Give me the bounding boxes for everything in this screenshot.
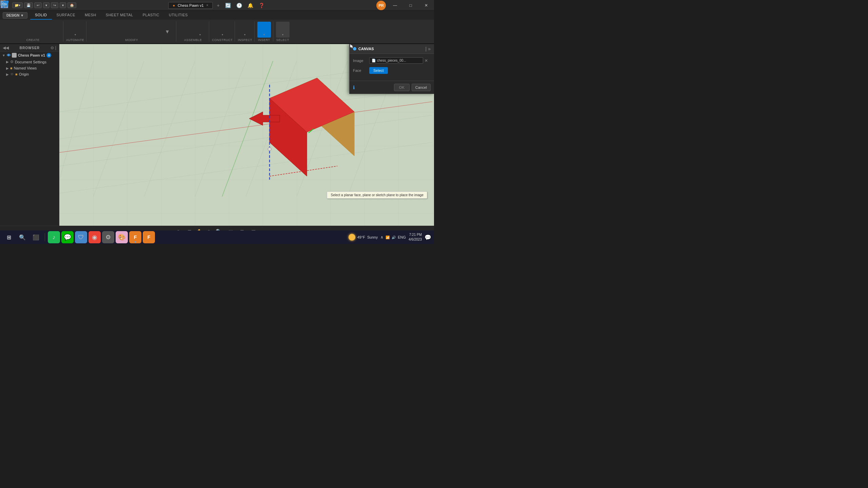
taskbar-chrome[interactable]: ◉ — [88, 231, 101, 243]
user-avatar-button[interactable]: PR — [376, 1, 386, 10]
search-button[interactable]: 🔍 — [16, 231, 28, 243]
tree-item-named-views[interactable]: ▶ ■ Named Views — [0, 65, 59, 71]
tree-item-origin[interactable]: ▶ 👁 ■ Origin — [0, 71, 59, 77]
tray-expand-button[interactable]: ∧ — [380, 235, 383, 240]
tab-plastic[interactable]: PLASTIC — [138, 11, 164, 20]
viewport[interactable]: Select a planar face, plane or sketch pl… — [59, 44, 434, 226]
construct-button[interactable]: ▾ — [216, 22, 229, 38]
minimize-button[interactable]: — — [387, 0, 403, 11]
design-mode-button[interactable]: DESIGN ▼ — [3, 12, 27, 19]
press-pull-button[interactable] — [89, 25, 103, 38]
face-label: Face — [353, 68, 367, 73]
assemble-button2[interactable]: ▾ — [193, 22, 207, 38]
select-button[interactable]: ▾ — [276, 22, 290, 38]
inspect-group-label: INSPECT — [238, 38, 252, 42]
ribbon-group-assemble: ▾ ASSEMBLE — [177, 21, 209, 42]
file-icon: 📄 — [372, 59, 376, 62]
shell-button[interactable] — [132, 25, 145, 38]
tab-sheet-metal[interactable]: SHEET METAL — [101, 11, 138, 20]
tab-surface[interactable]: SURFACE — [52, 11, 80, 20]
origin-visibility-icon[interactable]: 👁 — [10, 72, 14, 76]
svg-marker-85 — [350, 44, 353, 48]
create-form-button[interactable] — [19, 25, 33, 38]
redo-button[interactable]: ↪ — [51, 2, 58, 8]
tab-mesh[interactable]: MESH — [80, 11, 101, 20]
select-face-button[interactable]: Select — [369, 67, 388, 74]
taskbar-line[interactable]: 💬 — [61, 231, 74, 243]
info-icon[interactable]: ℹ — [353, 85, 355, 90]
new-file-button[interactable]: 📁▾ — [12, 2, 23, 8]
create-dropdown-button[interactable] — [47, 25, 61, 38]
task-view-button[interactable]: ⬛ — [30, 231, 42, 243]
taskbar-paint[interactable]: 🎨 — [116, 231, 128, 243]
tree-item-root[interactable]: ▼ 👁 Chess Pawn v1 ⊙ — [0, 52, 59, 59]
tree-item-doc-settings[interactable]: ▶ ⚙ Document Settings — [0, 59, 59, 65]
assemble-button1[interactable] — [179, 24, 193, 36]
new-tab-button[interactable]: + — [215, 2, 221, 9]
clear-image-button[interactable]: ✕ — [425, 58, 428, 63]
draft-button[interactable] — [146, 25, 160, 38]
undo-dropdown-button[interactable]: ▾ — [43, 2, 50, 8]
modify-group-label: MODIFY — [125, 38, 138, 42]
canvas-panel-expand-button[interactable]: » — [428, 46, 431, 52]
browser-pin-button[interactable]: ⊖ — [51, 45, 54, 50]
canvas-panel-collapse-button[interactable]: | — [426, 46, 427, 52]
weather-sun-icon — [349, 234, 355, 241]
taskbar-nordvpn[interactable]: 🛡 — [75, 231, 87, 243]
save-button[interactable]: 💾 — [24, 2, 33, 8]
tab-solid[interactable]: SOLID — [30, 11, 52, 20]
chamfer-button[interactable] — [118, 25, 131, 38]
browser-expand-button[interactable]: | — [55, 45, 56, 50]
create-group-label: CREATE — [26, 38, 40, 42]
refresh-button[interactable]: 🔄 — [224, 2, 232, 9]
automate-button[interactable]: ▾ — [68, 22, 82, 38]
clock-time: 7:21 PM — [409, 232, 422, 237]
undo-button[interactable]: ↩ — [34, 2, 42, 8]
inspect-icon — [240, 23, 250, 33]
modify-dropdown-button[interactable]: ▾ — [160, 25, 174, 38]
browser-collapse-button[interactable]: ◀◀ — [3, 45, 9, 50]
svg-point-71 — [268, 147, 271, 151]
draft-icon — [148, 27, 158, 36]
image-row: Image 📄 chess_pieces_00... ✕ — [353, 57, 431, 64]
inspect-button[interactable]: ▾ — [238, 22, 252, 38]
document-tab[interactable]: ● Chess Pawn v1 × — [168, 2, 213, 9]
taskbar-fusion360-1[interactable]: F — [129, 231, 141, 243]
cancel-button[interactable]: Cancel — [412, 84, 431, 91]
insert-canvas-button[interactable]: IMG ▾ — [257, 22, 271, 38]
taskbar-fusion360-2[interactable]: F — [143, 231, 155, 243]
face-row: Face Select — [353, 67, 431, 74]
bell-button[interactable]: 🔔 — [246, 2, 255, 9]
close-button[interactable]: ✕ — [418, 0, 434, 11]
derive-button[interactable] — [33, 25, 47, 38]
tab-close-button[interactable]: × — [206, 3, 209, 7]
browser-title: BROWSER — [20, 46, 40, 50]
ok-button[interactable]: OK — [394, 84, 410, 91]
canvas-panel-title: CANVAS — [353, 47, 374, 51]
clock-button[interactable]: 🕐 — [235, 2, 243, 9]
help-button[interactable]: ❓ — [257, 2, 266, 9]
weather-widget: 49°F Sunny — [349, 234, 378, 241]
maximize-button[interactable]: □ — [403, 0, 418, 11]
image-file-box[interactable]: 📄 chess_pieces_00... — [369, 57, 423, 64]
taskbar-settings[interactable]: ⚙ — [102, 231, 114, 243]
ribbon-group-create: + — [3, 21, 63, 42]
taskbar-spotify[interactable]: ♪ — [48, 231, 60, 243]
new-sketch-button[interactable]: + — [5, 25, 18, 38]
assemble-icon1 — [181, 25, 191, 35]
notification-button[interactable]: 💬 — [425, 234, 431, 241]
root-eye-icon[interactable]: 👁 — [7, 53, 11, 57]
home-button[interactable]: 🏠 — [67, 2, 76, 8]
redo-dropdown-button[interactable]: ▾ — [60, 2, 66, 8]
modify-buttons: ▾ — [89, 25, 174, 38]
title-bar-right: PR — □ ✕ — [375, 0, 434, 11]
doc-settings-icon: ⚙ — [10, 60, 14, 64]
face-value: Select — [369, 67, 428, 74]
volume-icon: 🔊 — [392, 236, 396, 239]
ribbon-group-insert: IMG ▾ INSERT — [255, 21, 273, 42]
clock[interactable]: 7:21 PM 4/6/2023 — [409, 232, 422, 242]
fillet-button[interactable] — [103, 25, 117, 38]
start-button[interactable]: ⊞ — [3, 231, 15, 243]
tab-utilities[interactable]: UTILITIES — [164, 11, 193, 20]
named-views-expand-icon: ▶ — [6, 66, 9, 70]
